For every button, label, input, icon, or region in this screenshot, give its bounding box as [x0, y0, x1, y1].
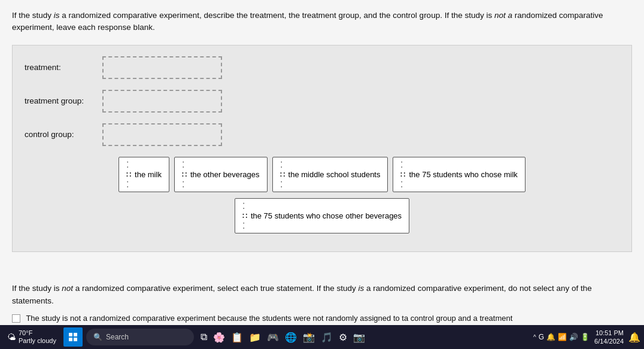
- notification-button[interactable]: 🔔: [628, 332, 640, 343]
- taskbar: 🌤 70°F Partly cloudy 🔍 Search ⧉ 🌸 📋 📁 🎮 …: [0, 325, 644, 349]
- intro-text: If the study is a randomized comparative…: [12, 10, 632, 34]
- widget9-icon[interactable]: 📷: [351, 330, 367, 344]
- chip-middle-school-label: the middle school students: [288, 170, 381, 179]
- weather-icon: 🌤: [7, 332, 16, 342]
- chip-other-beverages-label: the other beverages: [190, 170, 260, 179]
- chip-dots-icon: ∷: [242, 202, 247, 230]
- chip-row-1: ∷ the milk ∷ the other beverages ∷ the m…: [119, 157, 525, 192]
- form-area: treatment: treatment group: control grou…: [12, 45, 632, 252]
- chip-dots-icon: ∷: [400, 160, 405, 189]
- search-icon: 🔍: [93, 333, 102, 341]
- treatment-input[interactable]: [102, 56, 222, 79]
- chip-other-beverages[interactable]: ∷ the other beverages: [174, 157, 268, 192]
- windows-icon: [69, 333, 77, 341]
- clock[interactable]: 10:51 PM 6/14/2024: [594, 329, 624, 346]
- treatment-label: treatment:: [25, 63, 102, 72]
- chip-middle-school-students[interactable]: ∷ the middle school students: [272, 157, 388, 192]
- widget3-icon[interactable]: 📁: [247, 330, 263, 344]
- tray-sound-icon[interactable]: 🔊: [569, 333, 578, 341]
- start-button[interactable]: [63, 327, 83, 347]
- weather-cond: Partly cloudy: [19, 337, 56, 345]
- treatment-group-row: treatment group:: [25, 90, 619, 113]
- search-label: Search: [106, 333, 129, 341]
- clock-time: 10:51 PM: [596, 329, 624, 337]
- chip-dots-icon: ∷: [280, 160, 285, 189]
- chip-dots-icon: ∷: [182, 160, 187, 189]
- weather-widget[interactable]: 🌤 70°F Partly cloudy: [4, 328, 60, 346]
- last-line: The study is not a randomized comparativ…: [0, 311, 644, 325]
- widget4-icon[interactable]: 🎮: [265, 330, 281, 344]
- last-line-text: The study is not a randomized comparativ…: [26, 314, 512, 323]
- tray-icon1[interactable]: G: [539, 333, 544, 341]
- weather-temp: 70°F: [19, 329, 56, 337]
- bottom-section-text: If the study is not a randomized compara…: [0, 277, 644, 311]
- chip-dots-icon: ∷: [126, 160, 131, 189]
- tray-icon2[interactable]: 🔔: [546, 333, 555, 341]
- widget1-icon[interactable]: 🌸: [211, 330, 227, 344]
- treatment-row: treatment:: [25, 56, 619, 79]
- treatment-group-input[interactable]: [102, 90, 222, 113]
- treatment-group-label: treatment group:: [25, 96, 102, 105]
- chip-milk[interactable]: ∷ the milk: [119, 157, 169, 192]
- taskview-icon[interactable]: ⧉: [199, 330, 209, 344]
- chip-75-milk-label: the 75 students who chose milk: [409, 170, 517, 179]
- widget7-icon[interactable]: 🎵: [319, 330, 335, 344]
- widget8-icon[interactable]: ⚙: [337, 330, 349, 344]
- widget2-icon[interactable]: 📋: [229, 330, 245, 344]
- tray-battery-icon[interactable]: 🔋: [581, 333, 590, 341]
- control-group-row: control group:: [25, 123, 619, 146]
- system-tray: ^ G 🔔 📶 🔊 🔋: [533, 333, 590, 341]
- clock-date: 6/14/2024: [594, 337, 624, 345]
- chip-row-2: ∷ the 75 students who chose other bevera…: [235, 198, 409, 233]
- control-group-label: control group:: [25, 130, 102, 139]
- taskbar-right: ^ G 🔔 📶 🔊 🔋 10:51 PM 6/14/2024 🔔: [533, 329, 640, 346]
- search-bar[interactable]: 🔍 Search: [86, 329, 194, 345]
- drag-chips-area: ∷ the milk ∷ the other beverages ∷ the m…: [25, 157, 619, 239]
- tray-chevron[interactable]: ^: [533, 334, 536, 341]
- weather-text: 70°F Partly cloudy: [19, 329, 56, 345]
- widget6-icon[interactable]: 📸: [301, 330, 317, 344]
- taskbar-icons: ⧉ 🌸 📋 📁 🎮 🌐 📸 🎵 ⚙ 📷: [199, 330, 367, 344]
- chip-milk-label: the milk: [135, 170, 162, 179]
- widget5-icon[interactable]: 🌐: [283, 330, 299, 344]
- control-group-input[interactable]: [102, 123, 222, 146]
- chip-75-other-label: the 75 students who chose other beverage…: [251, 211, 402, 220]
- taskbar-left: 🌤 70°F Partly cloudy 🔍 Search: [4, 327, 194, 347]
- chip-75-chose-other[interactable]: ∷ the 75 students who chose other bevera…: [235, 198, 409, 233]
- chip-75-chose-milk[interactable]: ∷ the 75 students who chose milk: [393, 157, 525, 192]
- checkbox-indicator[interactable]: [12, 314, 20, 323]
- tray-wifi-icon[interactable]: 📶: [558, 333, 567, 341]
